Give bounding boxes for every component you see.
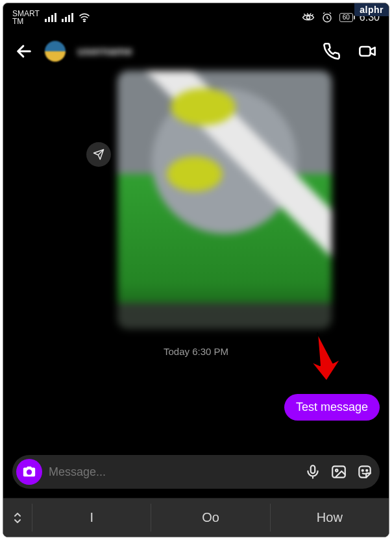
svg-point-9	[366, 470, 367, 471]
annotation-arrow-icon	[304, 330, 343, 382]
suggestion-2[interactable]: Oo	[151, 504, 269, 532]
visibility-icon	[302, 13, 315, 22]
battery-indicator: 60	[339, 13, 353, 22]
alarm-icon	[321, 12, 333, 23]
app-frame: alphr SMART TM 60 6:30 username	[3, 3, 389, 537]
svg-point-1	[306, 16, 310, 19]
image-caption	[117, 303, 332, 329]
svg-point-4	[28, 471, 31, 473]
gallery-button[interactable]	[330, 463, 347, 480]
sent-message-bubble[interactable]: Test message	[284, 394, 380, 421]
received-image-message[interactable]	[117, 71, 332, 329]
camera-button[interactable]	[16, 459, 42, 485]
forward-button[interactable]	[86, 142, 111, 167]
svg-point-8	[362, 470, 363, 471]
svg-rect-3	[360, 47, 370, 56]
svg-point-7	[336, 469, 337, 471]
signal-icon-2	[62, 13, 73, 22]
keyboard-suggestion-bar: I Oo How	[3, 498, 389, 537]
chat-header: username	[3, 32, 389, 71]
signal-icon-1	[45, 13, 56, 22]
message-input[interactable]	[49, 465, 295, 479]
watermark-badge: alphr	[354, 3, 389, 16]
sticker-button[interactable]	[356, 463, 373, 480]
audio-call-button[interactable]	[323, 42, 341, 60]
voice-message-button[interactable]	[304, 463, 321, 480]
status-bar: SMART TM 60 6:30	[3, 3, 389, 32]
carrier-label: SMART TM	[12, 10, 40, 25]
back-button[interactable]	[15, 42, 33, 60]
svg-point-0	[84, 21, 85, 22]
svg-rect-5	[311, 465, 315, 473]
chat-body: Today 6:30 PM Test message	[3, 71, 389, 458]
suggestion-3[interactable]: How	[270, 504, 389, 532]
suggestion-1[interactable]: I	[32, 504, 151, 532]
expand-keyboard-button[interactable]	[3, 511, 32, 524]
contact-name[interactable]: username	[77, 45, 306, 58]
message-input-bar	[12, 455, 380, 489]
wifi-icon	[79, 13, 90, 22]
video-call-button[interactable]	[358, 42, 377, 60]
avatar[interactable]	[45, 41, 66, 62]
